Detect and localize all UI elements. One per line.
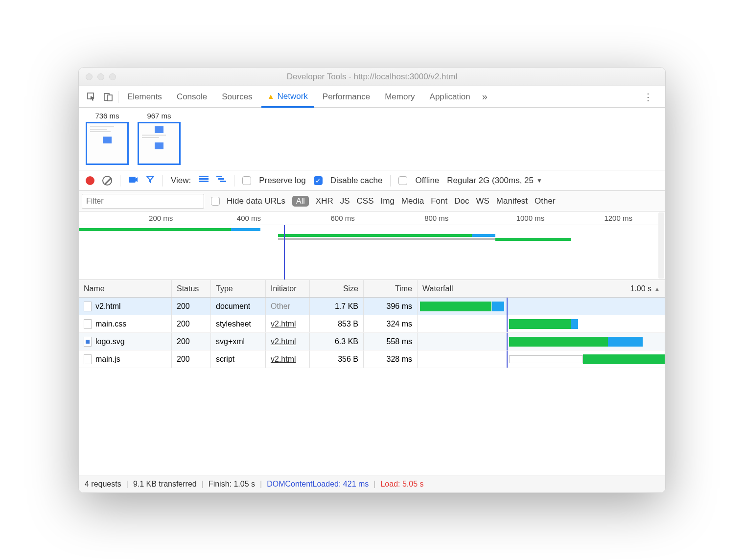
initiator-link[interactable]: v2.html [271,355,296,364]
filter-type-all[interactable]: All [292,196,309,207]
initiator-link[interactable]: v2.html [271,320,296,328]
filter-type-css[interactable]: CSS [357,196,374,206]
filmstrip-frame[interactable]: 967 ms [138,112,181,165]
tab-application[interactable]: Application [424,86,476,107]
table-row[interactable]: v2.html 200 document Other 1.7 KB 396 ms [79,298,665,315]
overview-ruler: 200 ms 400 ms 600 ms 800 ms 1000 ms 1200… [79,211,665,225]
view-label: View: [171,176,191,186]
svg-rect-7 [216,176,222,177]
file-icon [84,319,92,329]
tab-console[interactable]: Console [171,86,213,107]
waterfall-scale-label: 1.00 s [630,284,652,293]
filmstrip: 736 ms 967 ms [79,108,665,170]
filter-type-xhr[interactable]: XHR [316,196,333,206]
filter-input[interactable] [82,194,204,209]
preserve-log-checkbox[interactable] [242,176,251,185]
col-name[interactable]: Name [79,280,172,297]
filter-bar: Hide data URLs All XHR JS CSS Img Media … [79,191,665,211]
throttling-select[interactable]: Regular 2G (300ms, 25 ▼ [447,176,542,186]
window-title: Developer Tools - http://localhost:3000/… [79,72,665,82]
svg-rect-9 [220,181,226,182]
svg-rect-2 [108,95,112,101]
svg-rect-3 [129,177,136,183]
devtools-window: Developer Tools - http://localhost:3000/… [78,67,666,493]
status-dcl: DOMContentLoaded: 421 ms [267,480,369,489]
device-toolbar-icon[interactable] [101,90,115,104]
overview-timeline[interactable]: 200 ms 400 ms 600 ms 800 ms 1000 ms 1200… [79,211,665,280]
svg-rect-6 [199,181,209,182]
hide-data-urls-checkbox[interactable] [211,197,220,206]
dcl-marker [284,225,285,280]
filter-toggle-icon[interactable] [146,175,155,186]
col-waterfall[interactable]: Waterfall 1.00 s ▲ [418,280,665,297]
filmstrip-thumb [138,122,181,165]
capture-screenshots-icon[interactable] [128,175,138,186]
filmstrip-thumb [86,122,129,165]
waterfall-cell [418,298,665,315]
filter-type-manifest[interactable]: Manifest [496,196,528,206]
filter-type-img[interactable]: Img [381,196,395,206]
network-controls: View: Preserve log ✓ Disable cache Offli… [79,170,665,191]
overview-scrollbar[interactable] [658,212,664,279]
offline-label: Offline [415,176,439,186]
overview-bars [79,228,665,240]
waterfall-cell [418,315,665,332]
tab-performance[interactable]: Performance [317,86,376,107]
tab-elements[interactable]: Elements [121,86,168,107]
filmstrip-time-label: 967 ms [147,112,171,120]
tab-network[interactable]: ▲ Network [261,87,314,108]
disable-cache-checkbox[interactable]: ✓ [314,176,323,185]
status-finish: Finish: 1.05 s [209,480,255,489]
filter-type-other[interactable]: Other [535,196,556,206]
filter-type-doc[interactable]: Doc [454,196,469,206]
request-table: Name Status Type Initiator Size Time Wat… [79,280,665,475]
initiator-link[interactable]: v2.html [271,337,296,346]
filmstrip-frame[interactable]: 736 ms [86,112,129,165]
filter-type-media[interactable]: Media [401,196,424,206]
table-header: Name Status Type Initiator Size Time Wat… [79,280,665,298]
chevron-down-icon: ▼ [536,177,542,184]
hide-data-urls-label: Hide data URLs [227,196,285,206]
clear-button[interactable] [102,176,112,186]
large-rows-icon[interactable] [199,175,209,186]
record-button[interactable] [86,176,94,185]
file-icon [84,337,92,347]
preserve-log-label: Preserve log [259,176,305,186]
waterfall-cell [418,350,665,368]
file-icon [84,354,92,364]
settings-menu-button[interactable]: ⋮ [637,96,659,98]
col-status[interactable]: Status [172,280,211,297]
file-icon [84,302,92,311]
disable-cache-label: Disable cache [330,176,383,186]
warning-icon: ▲ [267,92,275,100]
main-tabs: Elements Console Sources ▲ Network Perfo… [79,86,665,108]
filmstrip-time-label: 736 ms [95,112,119,120]
status-bar: 4 requests | 9.1 KB transferred | Finish… [79,475,665,492]
filter-type-font[interactable]: Font [431,196,447,206]
inspect-element-icon[interactable] [85,90,98,104]
status-transferred: 9.1 KB transferred [133,480,197,489]
filter-type-ws[interactable]: WS [476,196,489,206]
svg-rect-4 [199,176,209,177]
status-load: Load: 5.05 s [380,480,423,489]
table-row[interactable]: main.css 200 stylesheet v2.html 853 B 32… [79,315,665,333]
more-tabs-button[interactable]: » [482,91,488,102]
waterfall-view-icon[interactable] [216,175,226,186]
svg-rect-8 [218,178,224,180]
col-initiator[interactable]: Initiator [266,280,310,297]
table-row[interactable]: logo.svg 200 svg+xml v2.html 6.3 KB 558 … [79,333,665,350]
col-size[interactable]: Size [310,280,364,297]
waterfall-cell [418,333,665,350]
table-body: v2.html 200 document Other 1.7 KB 396 ms… [79,298,665,475]
tab-sources[interactable]: Sources [216,86,258,107]
offline-checkbox[interactable] [398,176,407,185]
titlebar: Developer Tools - http://localhost:3000/… [79,68,665,86]
col-time[interactable]: Time [364,280,418,297]
table-row[interactable]: main.js 200 script v2.html 356 B 328 ms [79,350,665,368]
tab-memory[interactable]: Memory [379,86,420,107]
svg-rect-5 [199,178,209,180]
col-type[interactable]: Type [211,280,266,297]
sort-asc-icon: ▲ [654,286,660,292]
filter-type-js[interactable]: JS [340,196,350,206]
status-requests: 4 requests [85,480,121,489]
